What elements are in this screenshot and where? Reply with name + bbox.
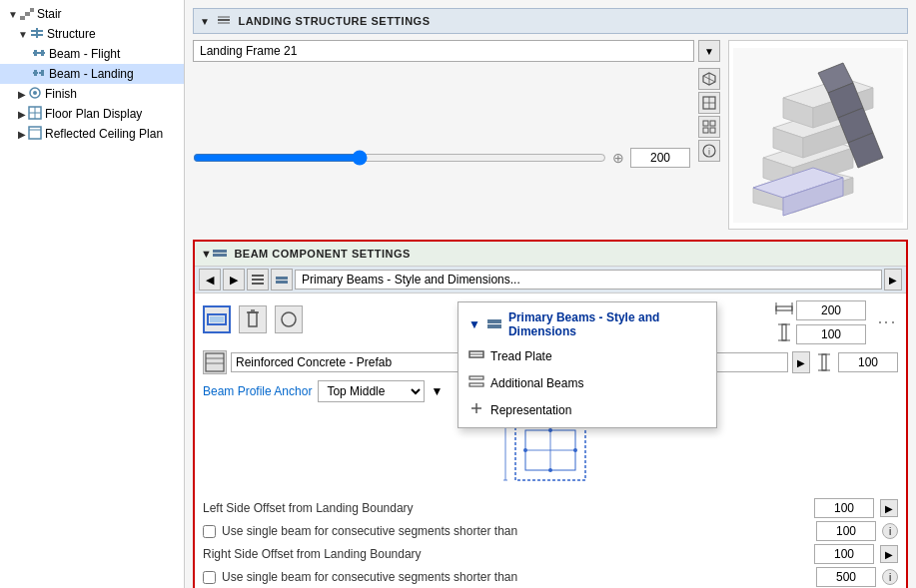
beam-toolbar-dropdown[interactable]: Primary Beams - Style and Dimensions... (295, 270, 882, 290)
svg-rect-5 (36, 28, 38, 38)
dropdown-item-tread-plate[interactable]: Tread Plate (458, 342, 716, 369)
checkbox1-val[interactable]: 100 (816, 521, 876, 541)
landing-value-input[interactable]: 200 (630, 148, 690, 168)
left-offset-row: Left Side Offset from Landing Boundary 1… (203, 498, 898, 518)
sidebar-item-floor-plan[interactable]: ▶ Floor Plan Display (0, 104, 184, 124)
svg-rect-61 (249, 312, 257, 326)
view-cross-btn[interactable] (698, 92, 720, 114)
sidebar-item-stair[interactable]: ▼ Stair (0, 4, 184, 24)
beam-toolbar: ◀ ▶ Primary Beams - Style and Dimensions… (195, 267, 906, 294)
info-text2: i (889, 572, 891, 583)
main-content: ▼ LANDING STRUCTURE SETTINGS Landing Fra… (185, 0, 916, 588)
svg-rect-57 (276, 277, 288, 280)
left-offset-input[interactable]: 100 (814, 498, 874, 518)
beam-next-btn[interactable]: ▶ (223, 269, 245, 291)
expand-structure-arrow[interactable]: ▼ (18, 29, 28, 40)
material-icon (203, 350, 227, 374)
dim2-icon (775, 323, 793, 344)
sidebar-item-beam-flight[interactable]: Beam - Flight (0, 44, 184, 64)
beam-flight-label: Beam - Flight (49, 47, 120, 61)
expand-reflected-arrow[interactable]: ▶ (18, 129, 26, 140)
beam-type-icons (203, 299, 303, 338)
representation-icon (468, 400, 484, 419)
svg-rect-11 (41, 70, 44, 76)
dropdown-menu: ▼ Primary Beams - Style and Dimensions T… (458, 301, 717, 428)
checkbox2-val[interactable]: 500 (816, 567, 876, 587)
expand-floor-arrow[interactable]: ▶ (18, 109, 26, 120)
beam-landing-icon (32, 66, 46, 82)
info-text: i (889, 526, 891, 537)
landing-frame-arrow-btn[interactable]: ▼ (698, 40, 720, 62)
material-dim-input[interactable] (838, 352, 898, 372)
landing-frame-select[interactable]: Landing Frame 21 (193, 40, 694, 62)
dropdown-item-additional-beams[interactable]: Additional Beams (458, 369, 716, 396)
floor-plan-icon (28, 106, 42, 122)
beam-prev-btn[interactable]: ◀ (199, 269, 221, 291)
beam-header-icon (212, 245, 228, 263)
beam-rect-btn[interactable] (203, 305, 231, 333)
expand-stair-arrow[interactable]: ▼ (8, 9, 18, 20)
checkbox2-info-icon[interactable]: i (882, 569, 898, 585)
svg-rect-74 (822, 354, 826, 370)
right-offset-input[interactable]: 100 (814, 544, 874, 564)
svg-rect-27 (703, 121, 708, 126)
svg-rect-68 (782, 324, 786, 340)
svg-rect-52 (213, 250, 227, 253)
landing-left-panel: Landing Frame 21 ▼ ⊕ 200 (193, 40, 720, 230)
svg-point-84 (548, 428, 552, 432)
svg-rect-55 (252, 279, 264, 281)
beam-trash-btn[interactable] (239, 305, 267, 333)
svg-rect-88 (487, 319, 501, 323)
sidebar-item-structure[interactable]: ▼ Structure (0, 24, 184, 44)
svg-rect-92 (469, 376, 483, 379)
beam-flight-icon (32, 46, 46, 62)
left-offset-arrow-btn[interactable]: ▶ (880, 499, 898, 517)
beam-circle-btn[interactable] (275, 305, 303, 333)
svg-rect-56 (252, 283, 264, 285)
landing-slider[interactable] (193, 150, 606, 166)
beam-icon-btn[interactable] (271, 269, 293, 291)
right-offset-arrow-btn[interactable]: ▶ (880, 545, 898, 563)
view-grid-btn[interactable] (698, 116, 720, 138)
beam-collapse-arrow[interactable]: ▼ (201, 248, 212, 260)
view-3d-btn[interactable] (698, 68, 720, 90)
chain-icon-wrapper: ⋮ (876, 299, 898, 344)
svg-rect-2 (30, 8, 34, 12)
svg-rect-53 (213, 254, 227, 257)
checkbox2-row: Use single beam for consecutive segments… (203, 567, 898, 587)
anchor-dropdown-arrow: ▼ (431, 384, 443, 398)
sidebar-item-beam-landing[interactable]: Beam - Landing (0, 64, 184, 84)
beam-section-header: ▼ BEAM COMPONENT SETTINGS (195, 242, 906, 267)
info-btn[interactable]: i (698, 140, 720, 162)
dim1-input[interactable]: 200 (796, 300, 866, 320)
svg-rect-29 (703, 128, 708, 133)
checkbox1-info-icon[interactable]: i (882, 523, 898, 539)
checkbox2[interactable] (203, 571, 216, 584)
checkbox1-label: Use single beam for consecutive segments… (222, 524, 810, 538)
dropdown-item-label-representation: Representation (490, 403, 571, 417)
anchor-label: Beam Profile Anchor (203, 384, 312, 398)
svg-rect-30 (710, 128, 715, 133)
structure-icon (30, 26, 44, 42)
stair-icon (20, 6, 34, 22)
beam-list-btn[interactable] (247, 269, 269, 291)
landing-collapse-arrow[interactable]: ▼ (200, 16, 210, 27)
sidebar-item-reflected[interactable]: ▶ Reflected Ceiling Plan (0, 124, 184, 144)
svg-rect-65 (776, 306, 792, 310)
dropdown-item-primary-beams[interactable]: ▼ Primary Beams - Style and Dimensions (458, 306, 716, 342)
expand-finish-arrow[interactable]: ▶ (18, 89, 26, 100)
checkbox1[interactable] (203, 525, 216, 538)
dropdown-item-representation[interactable]: Representation (458, 396, 716, 423)
dropdown-item-label-tread: Tread Plate (490, 349, 552, 363)
reflected-label: Reflected Ceiling Plan (45, 127, 163, 141)
material-arrow-btn[interactable]: ▶ (792, 351, 810, 373)
beam-dropdown-arrow-btn[interactable]: ▶ (884, 269, 902, 291)
svg-rect-0 (20, 16, 25, 20)
landing-content: Landing Frame 21 ▼ ⊕ 200 (193, 40, 908, 230)
svg-rect-28 (710, 121, 715, 126)
anchor-select[interactable]: Top Middle Top Left Top Right Bottom Mid… (318, 380, 425, 402)
dim2-input[interactable]: 100 (796, 324, 866, 344)
svg-rect-7 (34, 50, 37, 56)
floor-plan-label: Floor Plan Display (45, 107, 142, 121)
sidebar-item-finish[interactable]: ▶ Finish (0, 84, 184, 104)
